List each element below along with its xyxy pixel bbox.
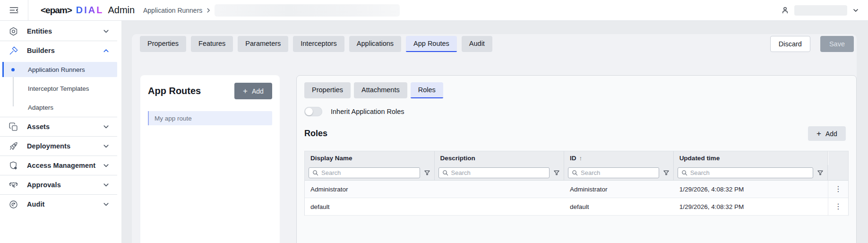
sidebar-item-label: Assets — [27, 123, 103, 130]
tab-app-routes[interactable]: App Routes — [406, 36, 457, 52]
inherit-roles-label: Inherit Application Roles — [331, 108, 404, 115]
cell-actions: ⋮ — [828, 181, 848, 198]
sidebar-item-label: Builders — [27, 47, 103, 54]
sidebar-item-label: Deployments — [27, 142, 103, 150]
sidebar-item-access-management[interactable]: Access Management — [0, 156, 117, 175]
shield-gear-icon — [9, 161, 18, 171]
redacted-user-name — [794, 5, 847, 16]
chevron-down-icon — [103, 182, 110, 189]
column-header-display-name[interactable]: Display Name — [305, 151, 435, 165]
search-display-name — [309, 167, 420, 178]
route-detail-panel: Properties Attachments Roles Inherit App… — [296, 75, 857, 243]
cell-actions: ⋮ — [828, 198, 848, 215]
chevron-right-icon — [206, 8, 211, 13]
sort-ascending-icon: ↑ — [579, 155, 583, 162]
table-row[interactable]: default default 1/29/2026, 4:08:32 PM ⋮ — [305, 198, 848, 216]
sidebar-item-interceptor-templates[interactable]: Interceptor Templates — [0, 79, 117, 98]
route-list-item[interactable]: My app route — [148, 111, 272, 125]
roles-header: Roles + Add — [304, 126, 849, 141]
filter-funnel-icon[interactable] — [424, 170, 430, 176]
table-row[interactable]: Administrator Administrator 1/29/2026, 4… — [305, 181, 848, 198]
search-display-name-input[interactable] — [321, 169, 416, 176]
sidebar-item-audit[interactable]: Audit — [0, 195, 117, 214]
sidebar-item-adapters[interactable]: Adapters — [0, 98, 117, 117]
sidebar-item-deployments[interactable]: Deployments — [0, 137, 117, 156]
tab-audit[interactable]: Audit — [462, 36, 492, 52]
search-description-input[interactable] — [451, 169, 546, 176]
header-divider — [28, 0, 28, 20]
copies-icon — [9, 122, 18, 132]
inherit-roles-toggle[interactable] — [304, 107, 322, 116]
user-menu[interactable] — [781, 0, 859, 20]
tab-properties[interactable]: Properties — [140, 36, 186, 52]
toolbar-actions: Discard Save — [770, 36, 854, 52]
main-area: Properties Features Parameters Intercept… — [121, 21, 868, 243]
column-header-description[interactable]: Description — [435, 151, 565, 165]
column-header-updated-time[interactable]: Updated time — [674, 151, 828, 165]
entity-tabs: Properties Features Parameters Intercept… — [140, 36, 492, 52]
gauge-icon — [9, 200, 18, 209]
app-routes-panel: App Routes + Add My app route — [140, 75, 280, 243]
row-menu-kebab-icon[interactable]: ⋮ — [832, 184, 845, 194]
toggle-knob — [305, 108, 313, 115]
plus-icon: + — [816, 130, 821, 138]
column-label: Description — [440, 155, 475, 162]
hexagon-nut-icon — [9, 26, 18, 36]
sidebar-item-builders[interactable]: Builders — [0, 41, 117, 60]
hammer-icon — [9, 46, 18, 56]
chevron-down-icon — [103, 162, 110, 169]
filter-funnel-icon[interactable] — [663, 170, 670, 176]
search-id-input[interactable] — [581, 169, 655, 176]
tab-applications[interactable]: Applications — [349, 36, 401, 52]
search-updated-time-input[interactable] — [690, 169, 809, 176]
add-route-button[interactable]: + Add — [234, 83, 272, 99]
sidebar-item-label: Entities — [27, 27, 103, 35]
add-role-button[interactable]: + Add — [808, 126, 846, 141]
sidebar-subitem-label: Interceptor Templates — [28, 85, 89, 92]
save-button[interactable]: Save — [820, 36, 854, 52]
filter-funnel-icon[interactable] — [817, 170, 824, 176]
tab-detail-properties[interactable]: Properties — [304, 82, 351, 98]
handshake-icon — [9, 180, 18, 190]
redacted-entity-name — [215, 4, 400, 17]
tab-interceptors[interactable]: Interceptors — [293, 36, 344, 52]
search-id — [568, 167, 659, 178]
collapse-sidebar-button[interactable] — [0, 0, 28, 20]
sidebar: Entities Builders Application Runners In… — [0, 21, 121, 243]
search-icon — [312, 170, 318, 176]
sidebar-item-application-runners[interactable]: Application Runners — [0, 60, 117, 79]
breadcrumb-application-runners[interactable]: Application Runners — [143, 7, 202, 14]
cell-display-name: Administrator — [305, 186, 435, 193]
sidebar-item-approvals[interactable]: Approvals — [0, 175, 117, 194]
plus-icon: + — [243, 87, 248, 95]
menu-fold-icon — [9, 5, 19, 16]
sidebar-item-assets[interactable]: Assets — [0, 117, 117, 136]
cell-id: Administrator — [564, 186, 674, 193]
chevron-down-icon — [852, 7, 859, 14]
row-menu-kebab-icon[interactable]: ⋮ — [832, 202, 845, 211]
table-header-row: Display Name Description ID ↑ Updated ti… — [305, 151, 848, 165]
brand-logo: <epam> DIAL Admin — [41, 5, 135, 16]
sidebar-item-label: Access Management — [27, 162, 103, 169]
column-label: Display Name — [310, 155, 352, 162]
discard-button[interactable]: Discard — [770, 36, 810, 52]
rocket-icon — [9, 141, 18, 151]
column-label: Updated time — [679, 155, 720, 162]
sidebar-subitem-label: Adapters — [28, 104, 53, 111]
chevron-down-icon — [103, 143, 110, 150]
filter-funnel-icon[interactable] — [553, 170, 560, 176]
add-role-label: Add — [825, 130, 837, 138]
inherit-roles-row: Inherit Application Roles — [304, 107, 849, 116]
roles-title: Roles — [304, 129, 327, 139]
cell-updated-time: 1/29/2026, 4:08:32 PM — [674, 203, 828, 210]
tab-attachments[interactable]: Attachments — [354, 82, 407, 98]
roles-table: Display Name Description ID ↑ Updated ti… — [304, 151, 849, 216]
sidebar-item-entities[interactable]: Entities — [0, 22, 117, 41]
column-header-id[interactable]: ID ↑ — [564, 151, 674, 165]
search-icon — [681, 170, 688, 176]
table-filter-row — [305, 165, 848, 181]
tab-roles[interactable]: Roles — [411, 82, 443, 98]
app-routes-title: App Routes — [148, 86, 201, 96]
tab-parameters[interactable]: Parameters — [238, 36, 288, 52]
tab-features[interactable]: Features — [191, 36, 233, 52]
